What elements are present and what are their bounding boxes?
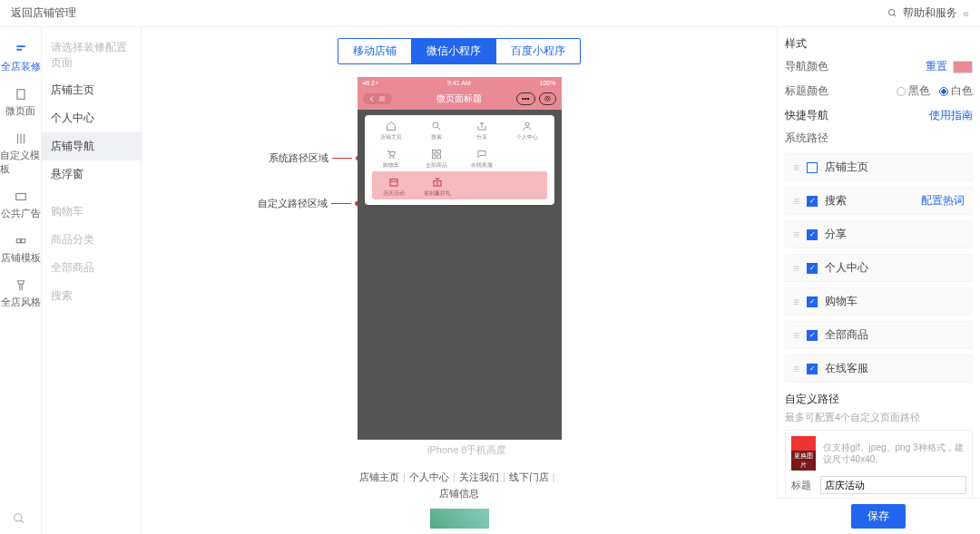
svg-rect-2 (16, 45, 24, 47)
drag-handle[interactable]: ≡ (793, 195, 799, 208)
menu-icon[interactable] (377, 95, 387, 102)
drag-handle[interactable]: ≡ (793, 228, 799, 241)
nav-search[interactable]: 搜索 (414, 115, 459, 143)
checkbox[interactable]: ✓ (807, 196, 818, 207)
save-button[interactable]: 保存 (851, 504, 906, 529)
radio-white[interactable]: 白色 (939, 83, 973, 99)
rail-label: 微页面 (5, 104, 35, 118)
menu-ucenter[interactable]: 个人中心 (42, 104, 141, 132)
nav-user[interactable]: 个人中心 (505, 115, 550, 143)
rail-style[interactable]: 全店风格 (0, 272, 41, 316)
nav-custom-2[interactable]: 签到赢好礼 (416, 171, 459, 199)
checkbox[interactable]: ✓ (807, 330, 818, 341)
rail-label: 店铺模板 (1, 251, 41, 265)
svg-line-1 (894, 15, 896, 16)
drag-handle[interactable]: ≡ (793, 262, 799, 275)
nav-all[interactable]: 全部商品 (414, 143, 459, 171)
drag-handle[interactable]: ≡ (793, 329, 799, 342)
checkbox[interactable]: ✓ (807, 263, 818, 274)
back-icon[interactable] (368, 95, 376, 102)
path-item[interactable]: ≡ ✓ 搜索 配置热词 (785, 187, 973, 215)
config-hotword[interactable]: 配置热词 (921, 193, 965, 209)
svg-point-11 (15, 514, 22, 521)
path-label: 购物车 (825, 294, 965, 309)
drag-handle[interactable]: ≡ (793, 363, 799, 375)
rail-micropage[interactable]: 微页面 (0, 81, 41, 125)
path-label: 搜索 (825, 193, 914, 209)
phone-footnote: iPhone 8手机高度 (427, 443, 506, 457)
search-icon[interactable] (13, 512, 25, 525)
rail-label: 全店装修 (1, 60, 41, 73)
tab-mobile[interactable]: 移动店铺 (338, 39, 411, 63)
drag-handle[interactable]: ≡ (793, 296, 799, 308)
svg-line-17 (437, 128, 440, 131)
menu-search[interactable]: 搜索 (42, 282, 141, 310)
help-link[interactable]: 帮助和服务 (903, 5, 957, 21)
svg-rect-25 (390, 180, 397, 187)
nav-home[interactable]: 店铺主页 (368, 115, 414, 143)
custom-path-hint: 最多可配置4个自定义页面路径 (785, 411, 973, 424)
annot-custom: 自定义路径区域 (258, 197, 359, 210)
rail-ad[interactable]: 公共广告 (0, 183, 41, 228)
menu-shop-nav[interactable]: 店铺导航 (42, 132, 141, 160)
home-icon (386, 121, 397, 131)
nav-color-label: 导航颜色 (785, 59, 828, 74)
menu-shop-home[interactable]: 店铺主页 (42, 76, 141, 104)
path-item[interactable]: ≡ 店铺主页 (785, 153, 973, 181)
menu-category[interactable]: 商品分类 (42, 226, 141, 254)
back-to-shop[interactable]: 返回店铺管理 (11, 5, 76, 21)
svg-rect-23 (432, 155, 436, 159)
path-label: 分享 (825, 227, 965, 242)
radio-black[interactable]: 黑色 (897, 83, 930, 99)
decorate-icon (15, 44, 27, 56)
path-label: 个人中心 (825, 260, 965, 276)
right-pane: 样式 导航颜色 重置 标题颜色 黑色 白色 快捷导航 使用指南 系统路径 ≡ 店… (777, 27, 980, 534)
rail-template[interactable]: 自定义模板 (0, 125, 41, 183)
svg-point-18 (525, 122, 529, 126)
checkbox[interactable]: ✓ (807, 296, 818, 307)
target-icon[interactable]: ◎ (539, 92, 556, 105)
nav-color-swatch[interactable] (953, 61, 973, 73)
tab-wechat[interactable]: 微信小程序 (411, 39, 495, 63)
ad-image (430, 509, 489, 529)
menu-allgoods[interactable]: 全部商品 (42, 254, 141, 282)
checkbox[interactable]: ✓ (807, 364, 818, 374)
path-item[interactable]: ≡ ✓ 个人中心 (785, 254, 973, 282)
search-icon[interactable] (887, 8, 897, 18)
usage-guide[interactable]: 使用指南 (929, 108, 973, 123)
checkbox[interactable] (807, 162, 818, 173)
title-input[interactable] (820, 476, 966, 494)
phone-preview: •Ill Z+ 9:41 AM 100% 微页面标题 •••◎ 店铺主页 搜索 (358, 77, 562, 440)
path-item[interactable]: ≡ ✓ 全部商品 (785, 321, 973, 349)
shoptpl-icon (15, 235, 27, 248)
phone-footer-nav: 店铺主页|个人中心|关注我们|线下门店|店铺信息 (358, 470, 562, 529)
collapse-icon[interactable]: « (963, 7, 969, 20)
side-menu: 请选择装修配置页面 店铺主页 个人中心 店铺导航 悬浮窗 购物车 商品分类 全部… (42, 27, 142, 534)
menu-floating[interactable]: 悬浮窗 (42, 160, 141, 189)
rail-shoptpl[interactable]: 店铺模板 (0, 228, 41, 272)
drag-handle[interactable]: ≡ (793, 161, 799, 174)
path-item[interactable]: ≡ ✓ 分享 (785, 220, 973, 248)
path-item[interactable]: ≡ ✓ 购物车 (785, 287, 973, 316)
svg-line-12 (21, 520, 24, 523)
rail-label: 自定义模板 (0, 149, 41, 176)
svg-rect-24 (437, 155, 441, 159)
tab-baidu[interactable]: 百度小程序 (495, 39, 580, 63)
more-icon[interactable]: ••• (516, 92, 534, 105)
nav-cart[interactable]: 购物车 (368, 143, 414, 171)
nav-share[interactable]: 分享 (459, 115, 505, 143)
menu-cart[interactable]: 购物车 (42, 198, 141, 226)
reset-link[interactable]: 重置 (926, 59, 947, 74)
checkbox[interactable]: ✓ (807, 229, 818, 240)
nav-custom-1[interactable]: 店庆活动 (372, 171, 416, 199)
path-item[interactable]: ≡ ✓ 在线客服 (785, 354, 973, 383)
rail-decorate[interactable]: 全店装修 (0, 36, 41, 81)
path-label: 在线客服 (825, 361, 965, 376)
style-icon (15, 279, 27, 292)
save-bar: 保存 (777, 498, 980, 534)
upload-image[interactable] (791, 436, 816, 471)
calendar-icon (388, 177, 399, 188)
nav-chat[interactable]: 在线客服 (459, 143, 505, 171)
svg-rect-9 (16, 239, 20, 243)
title-field-label: 标题 (791, 479, 815, 492)
